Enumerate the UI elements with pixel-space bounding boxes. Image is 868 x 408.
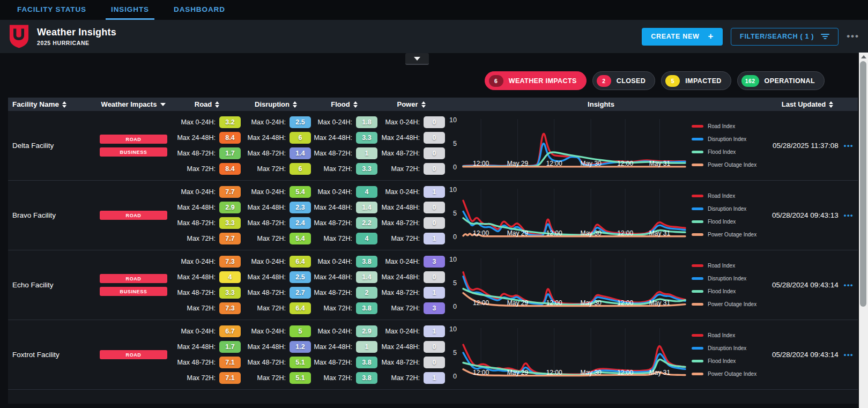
- filter-pill-impacted[interactable]: 5 IMPACTED: [661, 71, 731, 90]
- plus-icon: +: [708, 31, 714, 42]
- flood-value-badge: 2.9: [356, 325, 377, 337]
- max-range-label: Max 24-48H:: [314, 343, 352, 351]
- legend-label: Road Index: [708, 123, 735, 129]
- column-header-insights: Insights: [445, 100, 757, 108]
- max-range-label: Max 0-24H:: [251, 328, 286, 335]
- row-actions-menu[interactable]: •••: [844, 281, 854, 289]
- svg-text:5: 5: [453, 140, 457, 147]
- legend-swatch: [692, 347, 703, 350]
- vertical-scrollbar: [859, 53, 868, 408]
- row-actions-menu[interactable]: •••: [844, 351, 854, 359]
- max-range-label: Max 48-72H:: [177, 289, 216, 296]
- status-filter-bar: 6 WEATHER IMPACTS 2 CLOSED 5 IMPACTED 16…: [485, 71, 825, 90]
- count-badge: 5: [665, 75, 680, 87]
- max-range-label: Max 72H:: [257, 374, 286, 382]
- create-new-button[interactable]: CREATE NEW +: [642, 28, 723, 46]
- facility-name: Bravo Facility: [8, 211, 94, 219]
- power-value-badge: 1: [424, 186, 445, 198]
- column-header-road[interactable]: Road: [173, 100, 241, 108]
- svg-text:12:00: 12:00: [546, 369, 562, 376]
- facility-table: Facility Name Weather Impacts Road Disru…: [8, 98, 858, 408]
- power-value-badge: 1: [424, 325, 445, 337]
- header-overflow-menu[interactable]: •••: [847, 31, 859, 42]
- max-range-label: Max 0-24H:: [385, 258, 420, 265]
- tab-facility-status[interactable]: FACILITY STATUS: [12, 0, 92, 20]
- max-range-label: Max 0-24H:: [385, 188, 420, 196]
- svg-text:12:00: 12:00: [546, 299, 562, 307]
- app-header: Weather Insights 2025 HURRICANE CREATE N…: [0, 20, 868, 53]
- power-value-badge: 0: [424, 132, 445, 144]
- legend-label: Road Index: [708, 193, 735, 199]
- power-value-badge: 1: [424, 372, 445, 384]
- flood-value-badge: 1: [356, 341, 377, 353]
- column-label: Flood: [331, 100, 350, 108]
- svg-text:10: 10: [449, 116, 457, 124]
- power-value-badge: 1: [424, 233, 445, 244]
- filter-pill-label: IMPACTED: [685, 77, 722, 85]
- road-value-badge: 7.1: [219, 372, 241, 384]
- disruption-value-badge: 5: [290, 325, 311, 337]
- svg-text:5: 5: [453, 279, 457, 287]
- row-actions-menu[interactable]: •••: [844, 142, 854, 150]
- flood-value-badge: 3.8: [356, 372, 377, 384]
- sparkline-chart: 12:00May 2912:00May 3012:00May 311050: [445, 255, 692, 315]
- column-header-facility-name[interactable]: Facility Name: [8, 100, 94, 108]
- disruption-value-badge: 6.4: [290, 256, 311, 268]
- impact-tags: ROAD BUSINESS: [94, 274, 173, 296]
- legend-swatch: [692, 233, 703, 236]
- flood-value-badge: 2.2: [356, 217, 377, 229]
- max-range-label: Max 48-72H:: [381, 150, 420, 157]
- max-range-label: Max 0-24H:: [181, 118, 216, 126]
- table-row: Delta Facility ROAD BUSINESS Max 0-24H:3…: [8, 111, 858, 181]
- road-value-badge: 3.2: [219, 116, 241, 128]
- legend-label: Disruption Index: [708, 345, 746, 351]
- legend-label: Flood Index: [708, 288, 736, 294]
- scrollbar-thumb[interactable]: [860, 61, 866, 307]
- tab-dashboard[interactable]: DASHBOARD: [168, 0, 231, 20]
- scrollbar-up-button[interactable]: [859, 53, 868, 61]
- insights-chart: 12:00May 2912:00May 3012:00May 311050: [445, 255, 692, 315]
- legend-swatch: [692, 264, 703, 267]
- power-metrics: Max 0-24H:1 Max 24-48H:0 Max 48-72H:0 Ma…: [377, 181, 445, 250]
- svg-text:12:00: 12:00: [473, 369, 489, 376]
- filter-pill-operational[interactable]: 162 OPERATIONAL: [737, 71, 825, 90]
- tab-insights[interactable]: INSIGHTS: [106, 0, 154, 20]
- column-header-flood[interactable]: Flood: [311, 100, 377, 108]
- column-label: Facility Name: [12, 100, 59, 108]
- impact-tag: BUSINESS: [100, 287, 167, 296]
- svg-text:May 30: May 30: [580, 160, 602, 167]
- flood-value-badge: 1.4: [356, 271, 377, 283]
- svg-text:May 29: May 29: [507, 369, 529, 376]
- legend-swatch: [692, 138, 703, 140]
- road-value-badge: 3.3: [219, 217, 241, 229]
- last-updated-timestamp: 05/28/2024 09:43:14: [772, 281, 839, 289]
- row-actions-menu[interactable]: •••: [844, 211, 854, 219]
- table-row: Bravo Facility ROAD Max 0-24H:7.7 Max 24…: [8, 181, 858, 250]
- caret-down-icon: [160, 103, 166, 106]
- filter-pill-weather-impacts[interactable]: 6 WEATHER IMPACTS: [485, 71, 587, 90]
- filter-pill-closed[interactable]: 2 CLOSED: [592, 71, 656, 90]
- flood-metrics: Max 0-24H:4 Max 24-48H:1.4 Max 48-72H:2.…: [311, 181, 377, 250]
- insights-chart: 12:00May 2912:00May 3012:00May 311050: [445, 186, 692, 246]
- flood-metrics: Max 0-24H:3.8 Max 24-48H:1.4 Max 48-72H:…: [311, 250, 377, 320]
- column-header-weather-impacts[interactable]: Weather Impacts: [94, 100, 173, 108]
- chart-legend: Road Index Disruption Index Flood Index …: [692, 193, 757, 238]
- sort-icon: [293, 101, 297, 108]
- count-badge: 162: [741, 75, 759, 87]
- column-header-disruption[interactable]: Disruption: [241, 100, 311, 108]
- flood-value-badge: 1.4: [356, 202, 377, 213]
- flood-value-badge: 3.3: [356, 163, 377, 175]
- power-metrics: Max 0-24H:3 Max 24-48H:0 Max 48-72H:1 Ma…: [377, 250, 445, 320]
- column-header-last-updated[interactable]: Last Updated: [757, 100, 858, 108]
- column-header-power[interactable]: Power: [377, 100, 445, 108]
- disruption-value-badge: 2.4: [290, 217, 311, 229]
- collapse-panel-button[interactable]: [405, 53, 429, 65]
- svg-text:12:00: 12:00: [473, 229, 489, 237]
- filter-pill-label: OPERATIONAL: [765, 77, 815, 85]
- legend-swatch: [692, 207, 703, 210]
- max-range-label: Max 48-72H:: [381, 219, 420, 227]
- filter-search-button[interactable]: FILTER/SEARCH ( 1 ): [731, 28, 839, 46]
- max-range-label: Max 24-48H:: [381, 204, 420, 211]
- filter-icon: [821, 33, 829, 40]
- max-range-label: Max 0-24H:: [181, 188, 216, 196]
